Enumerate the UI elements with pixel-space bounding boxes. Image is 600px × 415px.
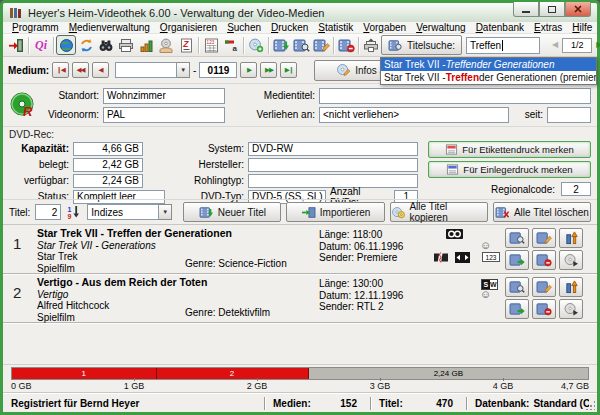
toolbar-print-list-button[interactable] (361, 35, 381, 55)
search-result-item[interactable]: Star Trek VII - Treffen der Generationen… (381, 71, 596, 84)
film-delete-icon (338, 38, 355, 53)
title-play-button[interactable] (559, 299, 583, 319)
z-document-icon: Z (179, 38, 194, 53)
laenge-label: Länge: (319, 278, 350, 289)
menu-medienverwaltung[interactable]: Medienverwaltung (64, 22, 155, 34)
title-delete-button[interactable] (532, 299, 556, 319)
refresh-icon (79, 38, 94, 53)
toolbar-separator (243, 37, 244, 54)
standort-field[interactable]: Wohnzimmer (103, 88, 225, 104)
medium-combo[interactable]: ▼ (115, 62, 190, 78)
seit-label: seit: (513, 109, 543, 120)
etikettendruck-button[interactable]: Für Etikettendruck merken (428, 141, 591, 158)
title-move-button[interactable] (505, 299, 529, 319)
einlegerdruck-button[interactable]: Für Einlegerdruck merken (428, 161, 591, 178)
toolbar-medium-info-button[interactable] (156, 35, 176, 55)
chevron-down-icon[interactable]: ▼ (177, 62, 190, 78)
seit-field[interactable] (547, 107, 591, 123)
titelsuche-button[interactable]: Titelsuche: (381, 35, 462, 55)
neuer-titel-label: Neuer Titel (218, 207, 266, 218)
medium-number-input[interactable]: 0119 (199, 62, 237, 78)
chevron-down-icon[interactable]: ▼ (159, 204, 172, 220)
system-field[interactable]: DVD-RW (248, 142, 418, 156)
toolbar-web-button[interactable] (56, 35, 76, 55)
menu-drucken[interactable]: Drucken (266, 22, 313, 34)
alle-titel-loeschen-button[interactable]: Alle Titel löschen (493, 202, 591, 222)
medientitel-field[interactable] (319, 88, 591, 104)
datum-value: 12.11.1996 (354, 290, 403, 301)
menu-verwaltung[interactable]: Verwaltung (411, 22, 470, 34)
regionalcode-field[interactable]: 2 (561, 182, 591, 196)
search-result-item-selected[interactable]: Star Trek VII - Treffen der Generationen (381, 58, 596, 71)
menu-statistik[interactable]: Statistik (313, 22, 358, 34)
sender-value: RTL 2 (357, 301, 384, 312)
medium-first-button[interactable]: ❙◀ (52, 62, 69, 78)
title-series: Alfred Hitchcock (37, 300, 207, 312)
title-edit-button[interactable] (532, 228, 556, 248)
title-name: Star Trek VII - Treffen der Generationen (37, 228, 232, 240)
menu-suchen[interactable]: Suchen (222, 22, 266, 34)
title-search-input[interactable]: Treffen (466, 37, 540, 54)
film-search-icon (388, 39, 403, 52)
title-row-1[interactable]: 1 Star Trek VII - Treffen der Generation… (3, 225, 597, 274)
title-delete-button[interactable] (532, 250, 556, 270)
title-preview-button[interactable] (505, 228, 529, 248)
menu-programm[interactable]: Programm (7, 22, 64, 34)
menu-hilfe[interactable]: Hilfe (567, 22, 597, 34)
medium-prev-button[interactable]: ◀ (92, 62, 109, 78)
indizes-combo[interactable]: Indizes▼ (87, 204, 172, 220)
videonorm-field[interactable]: PAL (103, 107, 225, 123)
regionalcode-label: Regionalcode: (491, 184, 555, 195)
globe-icon (59, 38, 74, 53)
widescreen-badge (455, 252, 470, 263)
toolbar-refresh-button[interactable] (76, 35, 96, 55)
toolbar-add-medium-button[interactable] (246, 35, 266, 55)
importieren-button[interactable]: Importieren (286, 202, 384, 222)
toolbar-find-title-button[interactable] (291, 35, 311, 55)
close-button[interactable] (565, 2, 591, 17)
toolbar-print-button[interactable] (116, 35, 136, 55)
menu-vorgaben[interactable]: Vorgaben (358, 22, 411, 34)
film-cut-badge (433, 252, 449, 263)
alle-titel-kopieren-button[interactable]: Alle Titel kopieren (390, 202, 488, 222)
medium-last-button[interactable]: ▶❙ (280, 62, 297, 78)
title-preview-button[interactable] (505, 277, 529, 297)
medium-prev-page-button[interactable]: ◀◀ (72, 62, 89, 78)
svg-text:Z: Z (182, 39, 189, 49)
toolbar-numbering-button[interactable]: 123 (201, 35, 221, 55)
toolbar-search-button[interactable] (96, 35, 116, 55)
toolbar-edit-title-button[interactable] (311, 35, 331, 55)
title-stats-button[interactable] (559, 228, 583, 248)
title-play-button[interactable] (559, 250, 583, 270)
hersteller-field[interactable] (248, 158, 418, 172)
minimize-button[interactable] (513, 2, 539, 17)
neuer-titel-button[interactable]: Neuer Titel (183, 202, 281, 222)
search-prev-button[interactable]: ◀ (552, 41, 558, 49)
title-edit-button[interactable] (532, 277, 556, 297)
maximize-icon (548, 6, 556, 13)
toolbar-statistics-button[interactable] (136, 35, 156, 55)
search-next-button[interactable]: ▶ (596, 41, 600, 49)
film-delete-all-icon (495, 206, 510, 219)
toolbar-videolist-button[interactable]: Z (176, 35, 196, 55)
toolbar-delete-title-button[interactable] (336, 35, 356, 55)
medium-next-button[interactable]: ▶ (240, 62, 257, 78)
toolbar-new-title-button[interactable] (271, 35, 291, 55)
menu-datenbank[interactable]: Datenbank (471, 22, 529, 34)
toolbar-qi-button[interactable]: Qi (31, 35, 51, 55)
title-stats-button[interactable] (559, 277, 583, 297)
menu-bar: Programm Medienverwaltung Organisieren S… (3, 22, 597, 34)
importieren-label: Importieren (320, 207, 371, 218)
verliehen-field[interactable]: <nicht verliehen> (319, 107, 509, 123)
numeric-sort-icon[interactable]: 19 (66, 204, 82, 220)
title-move-button[interactable] (505, 250, 529, 270)
title-row-2[interactable]: 2 Vertigo - Aus dem Reich der Toten Vert… (3, 274, 597, 323)
toolbar-sort-button[interactable]: a (221, 35, 241, 55)
toolbar-exit-button[interactable] (6, 35, 26, 55)
genre-value: Science-Fiction (218, 258, 286, 269)
titelsuche-label: Titelsuche: (407, 40, 455, 51)
menu-extras[interactable]: Extras (529, 22, 567, 34)
menu-organisieren[interactable]: Organisieren (155, 22, 222, 34)
maximize-button[interactable] (539, 2, 565, 17)
medium-next-page-button[interactable]: ▶▶ (260, 62, 277, 78)
